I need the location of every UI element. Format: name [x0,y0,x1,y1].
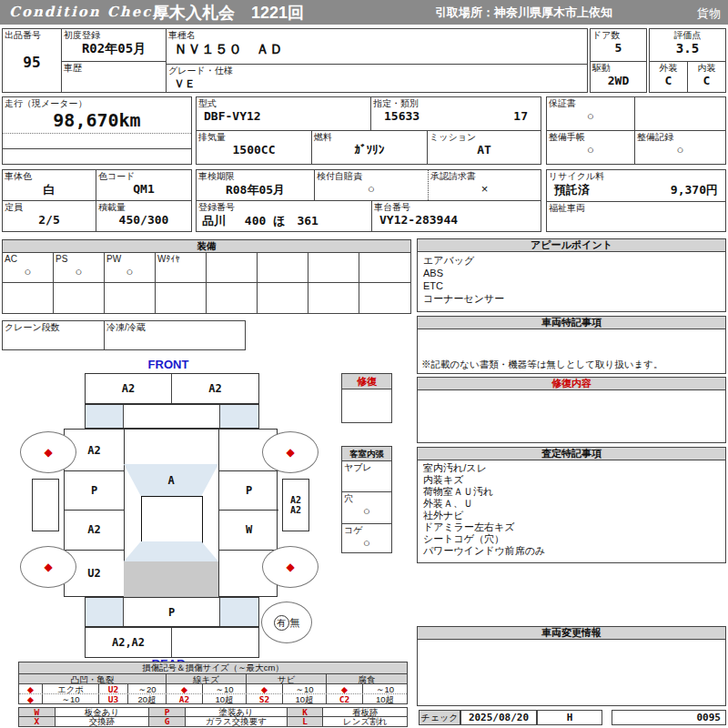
chassis-model-label: 型式 [197,97,370,109]
brand-logo: Condition Check [9,4,164,20]
displacement-label: 排気量 [197,131,311,143]
doors-label: ドア数 [591,29,646,41]
body-color-value: 白 [3,182,96,198]
mileage-value: 98,670km [3,109,191,131]
zone-body: A2 P A2 U2 P W A [64,429,278,597]
interior-label: 内装 [688,62,725,74]
vehicle-notes-title: 車両特記事項 [418,317,725,329]
assessment-box: 査定特記事項 室内汚れ/スレ 内装キズ 荷物室ＡＵ汚れ 外装Ａ、Ｕ 社外ナビ ド… [417,447,726,563]
interior-value: C [688,74,725,87]
class-label: 指定・類別 [371,97,541,109]
equipment-table: 装備 AC ○ PS ○ PW ○ Wﾀｲﾔ [2,239,411,314]
recycle-fee: 9,370円 [671,182,718,198]
inspection-value: R08年05月 [197,182,314,198]
welfare-label: 福祉車両 [547,202,725,214]
appeal-points-box: アピールポイント エアバッグ ABS ETC コーナーセンサー [417,238,726,312]
legend-group-rust: サビ [247,674,327,683]
displacement-value: 1500CC [197,143,311,157]
zone-front-bumper: A2 A2 [85,373,259,404]
cabin-lining-box: 客室内張 ヤブレ 穴 ○ コゲ ○ [341,446,392,553]
lot-number-box: 出品番号 95 [2,28,62,93]
class-no1: 15633 [384,109,420,123]
inspection-label: 車検期限 [197,170,314,182]
damage-diamond-icon: ◆ [44,561,52,572]
insurance-mark: ○ [315,182,428,196]
warranty-mark: ○ [547,109,634,123]
legend-title: 損傷記号＆損傷サイズ（～最大cm） [19,662,407,674]
transmission-label: ミッション [428,131,541,143]
header-bar: Condition Check 厚木入札会 1221回 引取場所：神奈川県厚木市… [0,0,728,25]
marks-row-1: W 板金あり P 塗装あり K 看板跡 [19,708,407,717]
approval-label: 承認請求書 [429,170,541,182]
zone-right-front-door: P [218,470,278,511]
zone-left-front-door: P [65,470,125,511]
car-damage-diagram: A2 A2 A2 P A2 U2 [0,369,337,659]
recycle-box: リサイクル料 預託済 9,370円 福祉車両 [546,169,726,232]
presence-no: 無 [290,616,300,630]
zone-cowl [85,404,259,429]
assessment-item: シートコゲ（穴） [423,533,720,545]
marks-row-2: X 交換跡 G ガラス交換要す L レンズ割れ [19,717,407,726]
check-number: 0095 [612,710,726,725]
reg-no-label: 登録番号 [197,201,371,213]
wheel-front-left: ◆ [20,431,76,473]
fridge-label: 冷凍/冷蔵 [105,321,245,333]
legend-row-2: ◆ ～10 U3 20超 A2 10超 S2 10超 C2 10超 [19,694,407,704]
cabin-title: 客室内張 [342,447,391,461]
grade-value: ＶＥ [167,76,587,92]
zone-hood: A [124,464,218,496]
model-box: 車種名 ＮＶ１５０ ＡＤ グレード・仕様 ＶＥ [166,28,588,93]
doors-value: 5 [591,41,646,55]
repair-flag-box: 修復 [341,373,392,423]
crane-fridge-box: クレーン段数 冷凍/冷蔵 [2,320,246,350]
warranty-label: 保証書 [547,97,634,109]
presence-indicator: 有 無 [261,602,312,643]
color-code-value: QM1 [96,182,191,196]
wheel-front-right: ◆ [262,431,318,473]
appeal-item: エアバッグ [423,254,720,267]
lot-number-label: 出品番号 [3,29,61,41]
vehicle-notes-disclaimer: ※記載のない書類・機器等は無しとして取り扱います。 [421,359,662,371]
chassis-no-value: VY12-283944 [372,213,541,227]
appeal-item: ETC [423,279,720,292]
score-value: 3.5 [650,41,725,56]
fuel-value: ｶﾞｿﾘﾝ [312,143,427,157]
wheel-rear-right: ◆ [262,546,318,588]
auction-title: 厚木入札会 1221回 [153,2,304,24]
load-label: 積載量 [96,201,191,213]
zone-cargo-bed [124,561,218,597]
assessment-title: 査定特記事項 [418,448,725,460]
score-label: 評価点 [650,29,725,41]
drive-value: 2WD [591,74,646,87]
mileage-label: 走行（現メーター） [3,97,191,109]
repair-flag-title: 修復 [342,374,391,389]
change-info-title: 車両変更情報 [418,627,725,640]
change-info-box: 車両変更情報 [417,626,726,706]
color-box: 車体色 白 色コード QM1 定員 2/5 積載量 450/300 [2,169,192,232]
insurance-label: 検付自賠責 [315,170,428,182]
auction-condition-sheet: Condition Check 厚木入札会 1221回 引取場所：神奈川県厚木市… [0,0,728,728]
appeal-title: アピールポイント [418,239,725,252]
maintenance-book-label: 整備手帳 [547,131,634,143]
wheel-rear-left: ◆ [20,546,76,588]
equipment-cell-ps: PS ○ [54,253,105,282]
legend-group-corrosion: 腐食 [327,674,407,683]
zone-left-rear-door: A2 [65,510,125,551]
appeal-item: コーナーセンサー [423,292,720,305]
mileage-box: 走行（現メーター） 98,670km [2,96,192,165]
damage-marks-table: W 板金あり P 塗装あり K 看板跡 X 交換跡 G ガラス交換要す L レン… [18,707,408,727]
damage-diamond-icon: ◆ [286,561,294,572]
assessment-item: 内装キズ [423,474,720,486]
vehicle-category: 貨物 [697,5,721,22]
capacity-value: 2/5 [3,213,96,227]
cabin-row-hole: 穴 ○ [342,492,391,524]
assessment-item: 室内汚れ/スレ [423,462,720,474]
fuel-label: 燃料 [312,131,427,143]
exterior-label: 外装 [650,62,687,74]
damage-diamond-icon: ◆ [44,447,52,458]
legend-group-dents: 凸凹・亀裂 [19,674,167,683]
doors-drive-box: ドア数 5 駆動 2WD [590,28,647,93]
approval-mark: × [429,182,541,196]
maintenance-book-mark: ○ [547,143,634,157]
repair-content-box: 修復内容 [417,377,726,443]
